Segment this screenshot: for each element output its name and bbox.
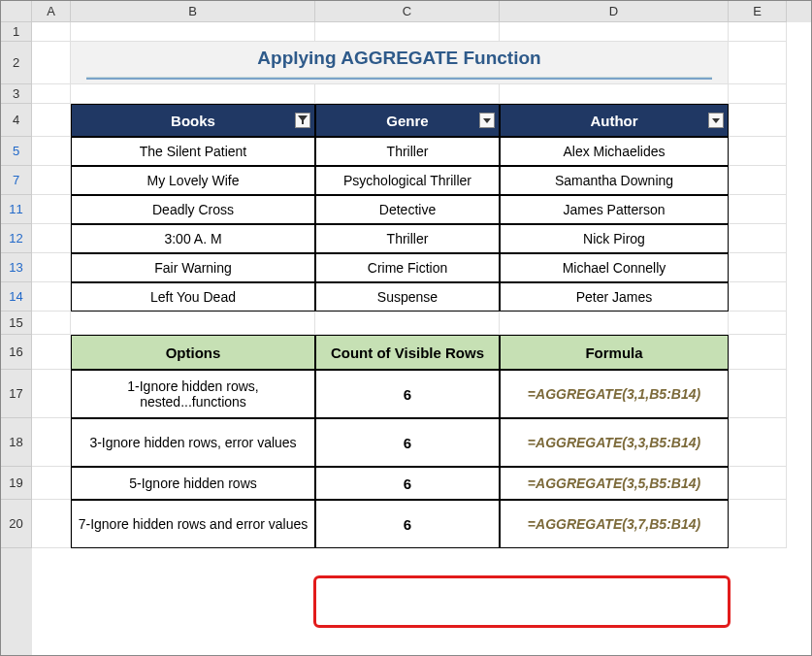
row-header[interactable]: 1 bbox=[1, 22, 32, 42]
row-header[interactable]: 19 bbox=[1, 467, 32, 500]
count-cell[interactable]: 6 bbox=[315, 370, 500, 418]
options-header-count[interactable]: Count of Visible Rows bbox=[315, 335, 500, 370]
count-cell[interactable]: 6 bbox=[315, 500, 500, 548]
options-header-formula[interactable]: Formula bbox=[500, 335, 729, 370]
filter-button[interactable] bbox=[708, 113, 724, 128]
table-cell-genre[interactable]: Thriller bbox=[315, 224, 500, 253]
col-header-d[interactable]: D bbox=[500, 1, 729, 22]
table-cell-book[interactable]: Deadly Cross bbox=[71, 195, 315, 224]
cell[interactable] bbox=[729, 84, 787, 104]
cell[interactable] bbox=[32, 312, 71, 335]
table-cell-book[interactable]: Fair Warning bbox=[71, 253, 315, 282]
col-header-e[interactable]: E bbox=[729, 1, 787, 22]
cell[interactable] bbox=[729, 467, 787, 500]
cell[interactable] bbox=[32, 467, 71, 500]
row-header[interactable]: 5 bbox=[1, 137, 32, 166]
option-cell[interactable]: 5-Ignore hidden rows bbox=[71, 467, 315, 500]
cell[interactable] bbox=[71, 312, 315, 335]
cell[interactable] bbox=[32, 370, 71, 418]
row-header[interactable]: 4 bbox=[1, 104, 32, 137]
row-header[interactable]: 18 bbox=[1, 418, 32, 467]
table-cell-author[interactable]: Alex Michaelides bbox=[500, 137, 729, 166]
table-cell-author[interactable]: Nick Pirog bbox=[500, 224, 729, 253]
row-header[interactable]: 13 bbox=[1, 253, 32, 282]
formula-cell[interactable]: =AGGREGATE(3,5,B5:B14) bbox=[500, 467, 729, 500]
col-header-c[interactable]: C bbox=[315, 1, 500, 22]
formula-cell[interactable]: =AGGREGATE(3,1,B5:B14) bbox=[500, 370, 729, 418]
table-cell-genre[interactable]: Suspense bbox=[315, 282, 500, 312]
filter-button-active[interactable] bbox=[295, 113, 310, 128]
count-cell[interactable]: 6 bbox=[315, 467, 500, 500]
cell[interactable] bbox=[729, 312, 787, 335]
table-cell-book[interactable]: 3:00 A. M bbox=[71, 224, 315, 253]
cell[interactable] bbox=[32, 22, 71, 42]
cell[interactable] bbox=[500, 84, 729, 104]
table-cell-genre[interactable]: Detective bbox=[315, 195, 500, 224]
cell[interactable] bbox=[729, 282, 787, 312]
table-header-books[interactable]: Books bbox=[71, 104, 315, 137]
table-cell-author[interactable]: Samantha Downing bbox=[500, 166, 729, 195]
cell[interactable] bbox=[32, 500, 71, 548]
select-all-corner[interactable] bbox=[1, 1, 32, 22]
row-header[interactable]: 2 bbox=[1, 42, 32, 84]
row-header[interactable]: 14 bbox=[1, 282, 32, 312]
table-cell-genre[interactable]: Crime Fiction bbox=[315, 253, 500, 282]
filter-button[interactable] bbox=[479, 113, 495, 128]
table-cell-author[interactable]: Michael Connelly bbox=[500, 253, 729, 282]
cell[interactable] bbox=[729, 42, 787, 84]
row-header[interactable]: 17 bbox=[1, 370, 32, 418]
cell[interactable] bbox=[729, 418, 787, 467]
cell[interactable] bbox=[729, 335, 787, 370]
cell[interactable] bbox=[32, 42, 71, 84]
cell[interactable] bbox=[729, 22, 787, 42]
cell[interactable] bbox=[729, 224, 787, 253]
cell[interactable] bbox=[729, 370, 787, 418]
row-header[interactable]: 12 bbox=[1, 224, 32, 253]
options-header-options[interactable]: Options bbox=[71, 335, 315, 370]
cell[interactable] bbox=[32, 224, 71, 253]
formula-cell[interactable]: =AGGREGATE(3,7,B5:B14) bbox=[500, 500, 729, 548]
cell[interactable] bbox=[32, 335, 71, 370]
cell[interactable] bbox=[71, 22, 315, 42]
cell[interactable] bbox=[315, 22, 500, 42]
cell[interactable] bbox=[71, 84, 315, 104]
cell[interactable] bbox=[729, 195, 787, 224]
cell[interactable] bbox=[729, 500, 787, 548]
cell[interactable] bbox=[729, 104, 787, 137]
row-header[interactable]: 11 bbox=[1, 195, 32, 224]
table-cell-book[interactable]: Left You Dead bbox=[71, 282, 315, 312]
table-header-genre[interactable]: Genre bbox=[315, 104, 500, 137]
row-header[interactable]: 15 bbox=[1, 312, 32, 335]
table-cell-book[interactable]: My Lovely Wife bbox=[71, 166, 315, 195]
cell[interactable] bbox=[32, 195, 71, 224]
cell[interactable] bbox=[729, 137, 787, 166]
table-cell-genre[interactable]: Psychological Thriller bbox=[315, 166, 500, 195]
cell[interactable] bbox=[315, 84, 500, 104]
row-header[interactable]: 7 bbox=[1, 166, 32, 195]
cell[interactable] bbox=[32, 282, 71, 312]
table-cell-author[interactable]: James Patterson bbox=[500, 195, 729, 224]
cell[interactable] bbox=[729, 253, 787, 282]
formula-cell[interactable]: =AGGREGATE(3,3,B5:B14) bbox=[500, 418, 729, 467]
option-cell[interactable]: 7-Ignore hidden rows and error values bbox=[71, 500, 315, 548]
table-cell-book[interactable]: The Silent Patient bbox=[71, 137, 315, 166]
cell[interactable] bbox=[500, 312, 729, 335]
cell[interactable] bbox=[315, 312, 500, 335]
row-header[interactable]: 20 bbox=[1, 500, 32, 548]
table-header-author[interactable]: Author bbox=[500, 104, 729, 137]
cell[interactable] bbox=[500, 22, 729, 42]
cell[interactable] bbox=[729, 166, 787, 195]
title-cell[interactable]: Applying AGGREGATE Function bbox=[71, 42, 729, 84]
option-cell[interactable]: 3-Ignore hidden rows, error values bbox=[71, 418, 315, 467]
table-cell-genre[interactable]: Thriller bbox=[315, 137, 500, 166]
cell[interactable] bbox=[32, 84, 71, 104]
row-header[interactable]: 3 bbox=[1, 84, 32, 104]
cell[interactable] bbox=[32, 253, 71, 282]
row-header[interactable]: 16 bbox=[1, 335, 32, 370]
col-header-a[interactable]: A bbox=[32, 1, 71, 22]
cell[interactable] bbox=[32, 137, 71, 166]
table-cell-author[interactable]: Peter James bbox=[500, 282, 729, 312]
cell[interactable] bbox=[32, 104, 71, 137]
option-cell[interactable]: 1-Ignore hidden rows, nested...functions bbox=[71, 370, 315, 418]
col-header-b[interactable]: B bbox=[71, 1, 315, 22]
